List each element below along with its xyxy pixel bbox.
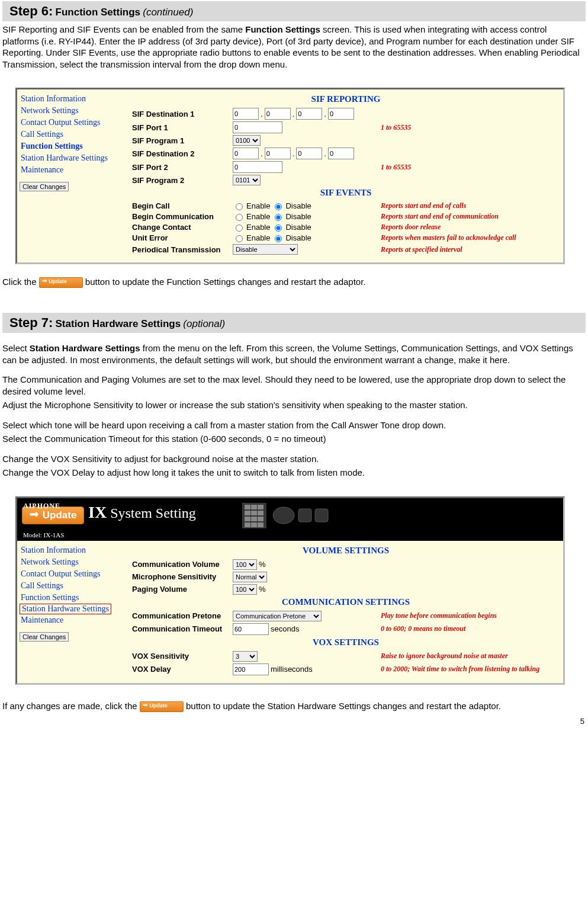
- text: Select: [2, 343, 30, 353]
- enable-radio[interactable]: [236, 203, 243, 210]
- vox-settings-title: VOX SETTINGS: [132, 637, 560, 647]
- sidebar-item-hardware[interactable]: Station Hardware Settings: [20, 152, 126, 164]
- volume-settings-title: VOLUME SETTINGS: [132, 546, 560, 556]
- disable-radio[interactable]: [275, 235, 282, 242]
- label: SIF Destination 1: [132, 110, 233, 118]
- ix-logo: IX: [88, 503, 107, 521]
- label: SIF Port 1: [132, 123, 233, 132]
- ip-octet-input[interactable]: [265, 108, 291, 120]
- timeout-input[interactable]: [233, 623, 269, 635]
- program-select[interactable]: 0101: [233, 175, 261, 185]
- text: Enable: [246, 223, 270, 232]
- step6-header: Step 6: Function Settings (continued): [2, 1, 586, 21]
- svg-rect-11: [251, 522, 257, 527]
- comm-settings-title: COMMUNICATION SETTINGS: [132, 597, 560, 607]
- svg-rect-9: [258, 517, 264, 521]
- row-begin-call: Begin Call Enable Disable Reports start …: [132, 201, 560, 210]
- sidebar-item-hardware[interactable]: Station Hardware Settings: [20, 604, 111, 614]
- text-bold: Function Settings: [245, 24, 320, 34]
- step7-p6: Change the VOX Sensitivity to adjust for…: [2, 453, 586, 465]
- text: Enable: [246, 233, 270, 242]
- svg-rect-12: [258, 522, 264, 527]
- system-setting-title: IX System Setting: [88, 503, 196, 522]
- row-paging-volume: Paging Volume 100 %: [132, 584, 560, 595]
- ip-octet-input[interactable]: [296, 108, 322, 120]
- page-number: 5: [2, 712, 586, 730]
- enable-radio[interactable]: [236, 235, 243, 242]
- sidebar-item-function-settings[interactable]: Function Settings: [20, 592, 126, 604]
- ip-octet-input[interactable]: [328, 148, 354, 159]
- label: SIF Destination 2: [132, 149, 233, 158]
- enable-radio[interactable]: [236, 225, 243, 232]
- sidebar-item-station-info[interactable]: Station Information: [20, 93, 126, 105]
- row-sif-dest2: SIF Destination 2 . . .: [132, 148, 560, 159]
- svg-rect-4: [245, 511, 250, 515]
- step7-p4: Select which tone will be heard upon rec…: [2, 419, 586, 431]
- ip-octet-input[interactable]: [265, 148, 291, 159]
- step6-para: SIF Reporting and SIF Events can be enab…: [2, 24, 586, 70]
- svg-rect-7: [245, 517, 250, 521]
- sidebar-item-network[interactable]: Network Settings: [20, 105, 126, 117]
- ip-octet-input[interactable]: [328, 108, 354, 120]
- sidebar-item-call-settings[interactable]: Call Settings: [20, 129, 126, 140]
- update-button-inline[interactable]: [39, 277, 83, 288]
- text: If any changes are made, click the: [2, 701, 140, 711]
- text: Enable: [246, 201, 270, 210]
- volume-select[interactable]: 100: [233, 559, 257, 570]
- ip-octet-input[interactable]: [233, 148, 259, 159]
- label: Communication Volume: [132, 560, 233, 569]
- ip-octet-input[interactable]: [233, 108, 259, 120]
- sidebar-item-station-info[interactable]: Station Information: [20, 544, 126, 556]
- svg-rect-14: [298, 509, 311, 522]
- ip-octet-input[interactable]: [296, 148, 322, 159]
- vox-sens-select[interactable]: 3: [233, 651, 258, 662]
- sidebar-item-call-settings[interactable]: Call Settings: [20, 580, 126, 592]
- sidebar-item-function-settings[interactable]: Function Settings: [20, 140, 126, 152]
- sidebar-item-maintenance[interactable]: Maintenance: [20, 614, 126, 626]
- sidebar-item-maintenance[interactable]: Maintenance: [20, 164, 126, 176]
- vox-delay-input[interactable]: [233, 663, 269, 675]
- text-bold: Station Hardware Settings: [30, 343, 140, 353]
- disable-radio[interactable]: [275, 203, 282, 210]
- hint: 0 to 600; 0 means no timeout: [381, 624, 560, 633]
- svg-rect-2: [251, 505, 257, 509]
- sidebar-item-contact-output[interactable]: Contact Output Settings: [20, 568, 126, 580]
- port-input[interactable]: [233, 121, 282, 133]
- hint: 1 to 65535: [381, 123, 560, 132]
- program-select[interactable]: 0100: [233, 135, 261, 146]
- step6-num: Step 6:: [9, 4, 53, 18]
- panel-header: AIPHONE IX System Setting Model: IX-1AS …: [17, 498, 563, 541]
- step6-note: (continued): [143, 7, 193, 18]
- row-sif-port1: SIF Port 1 1 to 65535: [132, 121, 560, 133]
- row-vox-delay: VOX Delay milliseconds 0 to 2000; Wait t…: [132, 663, 560, 675]
- sidebar-item-network[interactable]: Network Settings: [20, 556, 126, 568]
- disable-radio[interactable]: [275, 214, 282, 221]
- hint: Reports door release: [381, 223, 560, 232]
- hint: Reports start and end of calls: [381, 201, 560, 210]
- text: Click the: [2, 277, 39, 287]
- port-input[interactable]: [233, 161, 282, 173]
- update-button-inline[interactable]: [140, 701, 184, 712]
- label: Periodical Transmission: [132, 245, 233, 254]
- clear-changes-button[interactable]: Clear Changes: [20, 632, 69, 642]
- clear-changes-button[interactable]: Clear Changes: [20, 182, 69, 191]
- mic-select[interactable]: Normal: [233, 572, 267, 582]
- unit: %: [259, 560, 266, 569]
- row-sif-dest1: SIF Destination 1 . . .: [132, 108, 560, 120]
- periodical-select[interactable]: Disable: [233, 244, 298, 255]
- hint: Raise to ignore background noise at mast…: [381, 652, 560, 661]
- label: VOX Delay: [132, 665, 233, 674]
- step7-note: (optional): [183, 318, 225, 329]
- row-vox-sens: VOX Sensitivity 3 Raise to ignore backgr…: [132, 651, 560, 662]
- row-periodical: Periodical Transmission Disable Reports …: [132, 244, 560, 255]
- enable-radio[interactable]: [236, 214, 243, 221]
- label: VOX Sensitivity: [132, 652, 233, 661]
- step7-title: Station Hardware Settings: [56, 318, 181, 329]
- disable-radio[interactable]: [275, 225, 282, 232]
- sidebar-item-contact-output[interactable]: Contact Output Settings: [20, 117, 126, 129]
- step7-p7: Change the VOX Delay to adjust how long …: [2, 467, 586, 479]
- row-comm-volume: Communication Volume 100 %: [132, 559, 560, 570]
- volume-select[interactable]: 100: [233, 584, 257, 595]
- pretone-select[interactable]: Communication Pretone: [233, 611, 322, 621]
- svg-rect-8: [251, 517, 257, 521]
